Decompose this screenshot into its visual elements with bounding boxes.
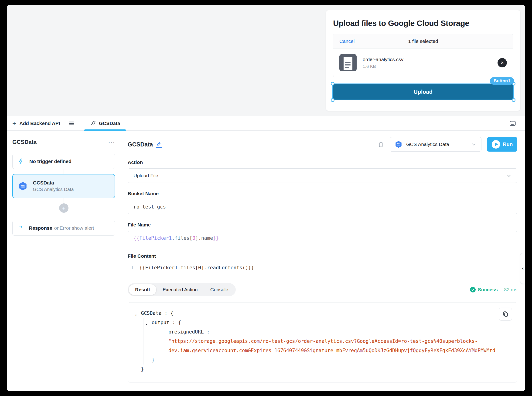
file-content-label: File Content [128,253,517,259]
step-editor-title: GCSData [128,141,153,148]
step-connector [64,169,64,174]
pencil-icon [156,141,162,147]
response-label: Response [29,225,52,231]
step-item-gcsdata[interactable]: GCSData GCS Analytics Data [12,174,115,198]
more-options-icon[interactable]: ⋯ [108,139,115,146]
gcs-icon [18,181,28,191]
response-item[interactable]: ResponseonError show alert [12,221,115,236]
result-root-row: GCSData : { [141,310,173,316]
add-backend-api-label: Add Backend API [19,121,60,126]
remove-file-button[interactable]: ✕ [498,58,507,67]
hamburger-icon [68,120,74,126]
file-name-label: File Name [128,222,517,228]
plus-icon: + [62,204,65,212]
results-toolbar: Result Executed Action Console Success ·… [128,283,517,296]
run-label: Run [503,141,513,147]
flag-icon [18,225,24,231]
bucket-name-label: Bucket Name [128,191,517,196]
chevron-left-icon: ‹ [522,265,524,271]
cancel-link[interactable]: Cancel [339,39,355,44]
status-label: Success [478,287,498,292]
add-step-button[interactable]: + [59,203,68,213]
file-name-binding-code: {{FilePicker1.files[0].name}} [133,235,219,241]
app-window: Upload files to Google Cloud Storage Can… [7,5,525,391]
trash-icon [378,141,384,148]
file-row: order-analytics.csv 1.6 KB ✕ [333,48,513,77]
run-duration: 82 ms [504,287,517,292]
file-name-input[interactable]: {{FilePicker1.files[0].name}} [128,231,517,245]
step-integration: GCS Analytics Data [33,187,74,192]
copy-result-button[interactable] [499,308,512,321]
file-name: order-analytics.csv [363,57,403,62]
delete-step-button[interactable] [378,141,384,148]
add-backend-api-button[interactable]: + Add Backend API [12,120,60,127]
api-editor-body: GCSData ⋯ No trigger defined [7,131,525,391]
presigned-url-line-2: dev.iam.gserviceaccount.com&Expires=1676… [168,346,517,355]
tab-result[interactable]: Result [129,284,156,295]
plus-icon: + [12,120,16,127]
close-icon: ✕ [501,60,504,65]
result-url-key: presignedURL : [168,327,517,337]
upload-button[interactable]: Upload [333,84,513,99]
upload-form-card: Upload files to Google Cloud Storage Can… [326,10,520,111]
resize-handle-bottom-right[interactable] [512,98,515,102]
minimize-panel-button[interactable] [509,120,516,127]
filepicker-header: Cancel 1 file selected [333,34,513,48]
result-json-viewer: ▾GCSData : { ▾output : { presignedURL : … [128,302,517,383]
action-label: Action [128,159,517,165]
close-brace-inner: } [152,355,517,365]
play-icon [492,140,500,149]
tab-executed-action[interactable]: Executed Action [156,284,204,295]
filepicker-widget: Cancel 1 file selected order-analytics.c… [333,34,513,77]
api-name-heading: GCSData [12,139,37,145]
run-button[interactable]: Run [487,137,517,151]
step-name: GCSData [33,180,74,186]
separator-dot: · [500,287,502,292]
file-content-code-editor[interactable]: 1 {{FilePicker1.files[0].readContents()}… [128,262,517,273]
tree-expand-icon[interactable]: ▾ [135,310,137,320]
resize-handle-top-left[interactable] [331,82,334,86]
files-selected-status: 1 file selected [408,39,438,44]
bucket-name-input[interactable]: ro-test-gcs [128,200,517,214]
canvas-area: Upload files to Google Cloud Storage Can… [7,5,525,116]
integration-select[interactable]: GCS Analytics Data [390,137,481,151]
step-connector [64,198,64,203]
presigned-url-line-1: "https://storage.googleapis.com/ro-test-… [168,337,517,346]
step-editor: GCSData [121,131,525,391]
bucket-name-value: ro-test-gcs [133,204,166,210]
line-number: 1 [128,262,134,273]
trigger-label: No trigger defined [29,159,72,164]
integration-select-value: GCS Analytics Data [406,142,449,147]
run-status: Success · 82 ms [470,287,517,292]
copy-icon [502,311,509,317]
collapse-panel-handle[interactable]: ‹ [520,253,525,284]
file-icon [339,54,357,71]
widget-name-badge: Button1 [490,77,514,85]
action-select[interactable]: Upload File [128,168,517,183]
api-list-menu-button[interactable] [68,120,74,126]
lightning-icon [18,158,24,165]
api-steps-sidebar: GCSData ⋯ No trigger defined [7,131,121,391]
result-output-row: output : { [152,320,181,325]
tree-expand-icon[interactable]: ▾ [146,320,148,329]
rename-step-button[interactable] [156,141,162,148]
chevron-down-icon [471,142,476,147]
close-brace-root: } [135,365,517,374]
response-detail: onError show alert [54,225,94,231]
resize-handle-bottom-left[interactable] [331,98,334,102]
tab-gcsdata[interactable]: GCSData [84,116,126,131]
tab-label: GCSData [99,121,120,126]
action-select-value: Upload File [133,173,158,178]
file-content-code: {{FilePicker1.files[0].readContents()}} [139,262,254,273]
card-title: Upload files to Google Cloud Storage [333,19,513,28]
check-circle-icon [470,287,476,292]
trigger-item[interactable]: No trigger defined [12,154,115,169]
gcs-icon [395,140,402,148]
results-tabs: Result Executed Action Console [128,283,236,296]
file-size: 1.6 KB [363,64,403,69]
upload-button-selection: Button1 Upload [333,84,513,99]
backend-api-tabbar: + Add Backend API GCSData [7,116,525,131]
tab-console[interactable]: Console [204,284,235,295]
minimize-panel-icon [509,120,516,127]
plug-icon [90,120,96,126]
